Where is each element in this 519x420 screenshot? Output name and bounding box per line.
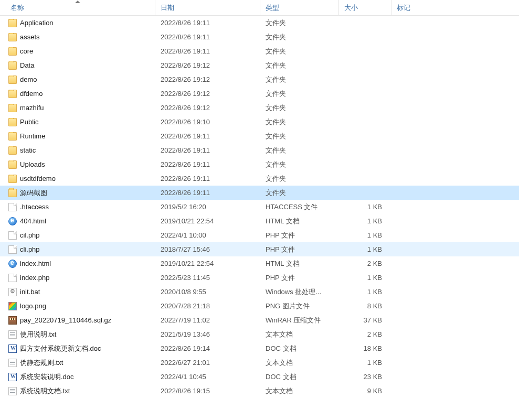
html-file-icon [8, 217, 17, 225]
file-name-label: 伪静态规则.txt [20, 358, 63, 368]
file-type-cell: 文件夹 [260, 103, 339, 113]
file-size-cell: 1 KB [339, 274, 391, 282]
file-row[interactable]: dfdemo2022/8/26 19:12文件夹 [0, 87, 519, 101]
file-name-label: demo [20, 76, 37, 83]
column-header-row: 名称 日期 类型 大小 标记 [0, 0, 519, 16]
folder-icon [8, 33, 17, 41]
file-row[interactable]: index.html2019/10/21 22:54HTML 文档2 KB [0, 256, 519, 271]
batch-file-icon [8, 288, 17, 296]
file-date-cell: 2022/8/26 19:12 [155, 90, 260, 98]
file-name-label: index.php [20, 274, 49, 282]
file-row[interactable]: assets2022/8/26 19:11文件夹 [0, 30, 519, 44]
file-name-cell: init.bat [8, 288, 155, 296]
file-list: Application2022/8/26 19:11文件夹assets2022/… [0, 16, 519, 398]
file-date-cell: 2022/8/26 19:11 [155, 19, 260, 27]
folder-icon [8, 146, 17, 155]
column-header-size[interactable]: 大小 [339, 0, 391, 15]
file-date-cell: 2022/8/26 19:12 [155, 104, 260, 112]
folder-icon [8, 61, 17, 70]
file-row[interactable]: init.bat2020/10/8 9:55Windows 批处理...1 KB [0, 285, 519, 299]
file-date-cell: 2022/7/19 11:02 [155, 316, 260, 324]
file-type-cell: 文本文档 [260, 358, 339, 368]
file-row[interactable]: mazhifu2022/8/26 19:12文件夹 [0, 101, 519, 115]
file-date-cell: 2022/4/1 10:00 [155, 231, 260, 239]
column-header-tag[interactable]: 标记 [391, 0, 519, 15]
file-row[interactable]: usdtdfdemo2022/8/26 19:11文件夹 [0, 171, 519, 186]
file-name-cell: cil.php [8, 231, 155, 240]
sort-ascending-icon [75, 1, 80, 3]
file-type-cell: DOC 文档 [260, 344, 339, 353]
file-name-label: assets [20, 33, 40, 41]
file-row[interactable]: core2022/8/26 19:11文件夹 [0, 44, 519, 58]
file-row[interactable]: 使用说明.txt2021/5/19 13:46文本文档2 KB [0, 327, 519, 341]
file-date-cell: 2020/10/8 9:55 [155, 288, 260, 296]
text-file-icon [8, 387, 17, 395]
folder-icon [8, 175, 17, 183]
file-name-label: cli.php [20, 245, 40, 253]
file-name-cell: .htaccess [8, 203, 155, 211]
file-name-label: 源码截图 [20, 188, 47, 198]
file-row[interactable]: 系统安装说明.doc2022/4/1 10:45DOC 文档23 KB [0, 370, 519, 384]
file-name-label: Uploads [20, 160, 45, 168]
file-row[interactable]: 源码截图2022/8/26 19:11文件夹 [0, 186, 519, 200]
file-name-label: core [20, 47, 33, 55]
file-row[interactable]: demo2022/8/26 19:12文件夹 [0, 72, 519, 87]
file-type-cell: 文件夹 [260, 117, 339, 127]
file-name-cell: cli.php [8, 245, 155, 254]
file-row[interactable]: index.php2022/5/23 11:45PHP 文件1 KB [0, 271, 519, 285]
file-row[interactable]: pay_20220719_110446.sql.gz2022/7/19 11:0… [0, 313, 519, 327]
file-type-cell: 文件夹 [260, 33, 339, 42]
file-date-cell: 2022/8/26 19:11 [155, 189, 260, 197]
file-row[interactable]: .htaccess2019/5/2 16:20HTACCESS 文件1 KB [0, 200, 519, 214]
file-size-cell: 9 KB [339, 387, 391, 395]
file-name-cell: 404.html [8, 217, 155, 225]
file-name-cell: logo.png [8, 302, 155, 310]
file-size-cell: 18 KB [339, 344, 391, 352]
file-row[interactable]: Application2022/8/26 19:11文件夹 [0, 16, 519, 30]
file-date-cell: 2022/8/26 19:14 [155, 344, 260, 352]
column-header-name-label: 名称 [10, 3, 24, 13]
file-type-cell: 文件夹 [260, 160, 339, 169]
folder-icon [8, 76, 17, 84]
text-file-icon [8, 330, 17, 339]
file-name-label: 系统安装说明.doc [20, 372, 74, 382]
file-row[interactable]: 四方支付系统更新文档.doc2022/8/26 19:14DOC 文档18 KB [0, 341, 519, 356]
column-header-date[interactable]: 日期 [155, 0, 260, 15]
file-size-cell: 1 KB [339, 217, 391, 225]
file-type-cell: 文件夹 [260, 146, 339, 155]
file-type-cell: 文件夹 [260, 61, 339, 70]
file-name-cell: assets [8, 33, 155, 41]
word-file-icon [8, 373, 17, 381]
column-header-type[interactable]: 类型 [260, 0, 339, 15]
file-row[interactable]: Public2022/8/26 19:10文件夹 [0, 115, 519, 129]
file-name-cell: 源码截图 [8, 188, 155, 198]
file-type-cell: HTML 文档 [260, 217, 339, 226]
html-file-icon [8, 260, 17, 268]
file-type-cell: 文本文档 [260, 386, 339, 396]
file-row[interactable]: logo.png2020/7/28 21:18PNG 图片文件8 KB [0, 299, 519, 313]
file-name-cell: Uploads [8, 160, 155, 169]
file-row[interactable]: static2022/8/26 19:11文件夹 [0, 143, 519, 157]
column-header-name[interactable]: 名称 [0, 0, 155, 15]
file-row[interactable]: Uploads2022/8/26 19:11文件夹 [0, 157, 519, 171]
file-date-cell: 2022/8/26 19:11 [155, 132, 260, 140]
file-date-cell: 2022/8/26 19:11 [155, 47, 260, 55]
file-row[interactable]: 系统说明文档.txt2022/8/26 19:15文本文档9 KB [0, 384, 519, 398]
folder-icon [8, 19, 17, 27]
file-name-label: cil.php [20, 231, 40, 239]
file-type-cell: 文件夹 [260, 75, 339, 84]
file-row[interactable]: cil.php2022/4/1 10:00PHP 文件1 KB [0, 228, 519, 242]
text-file-icon [8, 359, 17, 367]
file-date-cell: 2022/8/26 19:11 [155, 175, 260, 182]
file-row[interactable]: Runtime2022/8/26 19:11文件夹 [0, 129, 519, 143]
file-name-label: Data [20, 61, 34, 69]
file-size-cell: 2 KB [339, 260, 391, 267]
file-row[interactable]: cli.php2018/7/27 15:46PHP 文件1 KB [0, 242, 519, 256]
file-name-label: 四方支付系统更新文档.doc [20, 344, 101, 353]
file-row[interactable]: 404.html2019/10/21 22:54HTML 文档1 KB [0, 214, 519, 228]
file-row[interactable]: Data2022/8/26 19:12文件夹 [0, 58, 519, 72]
folder-icon [8, 118, 17, 126]
file-type-cell: 文本文档 [260, 330, 339, 339]
file-row[interactable]: 伪静态规则.txt2022/6/27 21:01文本文档1 KB [0, 356, 519, 370]
file-name-label: 使用说明.txt [20, 330, 56, 339]
